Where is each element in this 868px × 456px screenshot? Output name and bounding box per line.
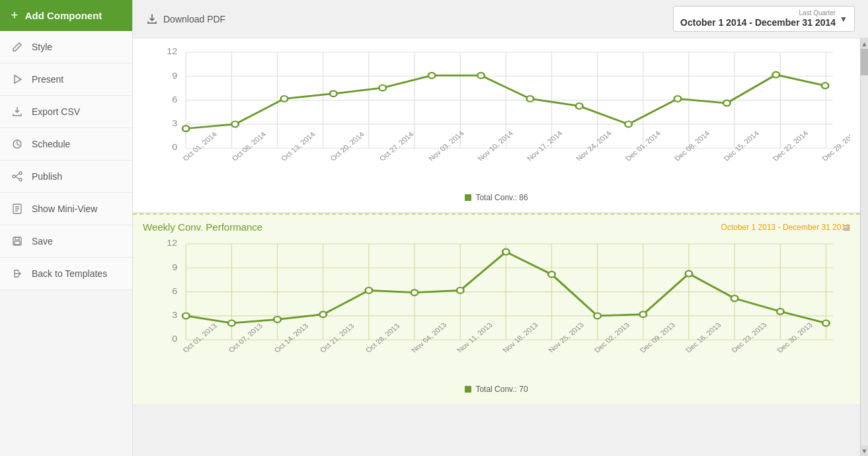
- svg-text:0: 0: [172, 143, 177, 153]
- section-menu-icon[interactable]: ≡: [843, 221, 850, 235]
- sidebar-item-publish[interactable]: Publish: [0, 161, 132, 193]
- sidebar-item-style[interactable]: Style: [0, 31, 132, 63]
- svg-point-39: [428, 73, 435, 79]
- scroll-up-arrow[interactable]: ▲: [861, 38, 868, 49]
- sidebar-item-back-to-templates[interactable]: Back to Templates: [0, 258, 132, 290]
- date-range-selector[interactable]: Last Quarter October 1 2014 - December 3…: [673, 6, 855, 32]
- chart2-legend-label: Total Conv.: 70: [475, 385, 528, 394]
- pencil-icon: [11, 40, 24, 54]
- svg-point-4: [13, 175, 15, 178]
- svg-text:9: 9: [172, 71, 177, 81]
- chevron-down-icon: ▼: [840, 15, 848, 24]
- chart2-svg: 0 3 6 9 12: [143, 237, 850, 382]
- svg-point-44: [674, 96, 681, 102]
- svg-text:Dec 15, 2014: Dec 15, 2014: [722, 130, 761, 162]
- sidebar-item-style-label: Style: [32, 42, 52, 52]
- svg-text:12: 12: [167, 47, 177, 56]
- play-icon: [11, 73, 24, 86]
- svg-point-101: [822, 321, 829, 326]
- download-pdf-button[interactable]: Download PDF: [146, 13, 225, 25]
- svg-text:Oct 21, 2013: Oct 21, 2013: [318, 322, 356, 354]
- svg-text:Nov 11, 2013: Nov 11, 2013: [455, 321, 494, 354]
- svg-text:Oct 14, 2013: Oct 14, 2013: [272, 322, 310, 354]
- svg-point-3: [19, 178, 22, 181]
- add-component-label: Add Component: [25, 10, 102, 21]
- add-component-button[interactable]: + Add Component: [0, 0, 132, 31]
- svg-point-99: [731, 295, 738, 301]
- svg-text:Oct 01, 2013: Oct 01, 2013: [181, 322, 219, 354]
- sidebar-item-schedule[interactable]: Schedule: [0, 128, 132, 161]
- scrollbar-track[interactable]: [861, 49, 868, 445]
- date-selector-text: Last Quarter October 1 2014 - December 3…: [680, 9, 836, 28]
- chart1-section: 0 3 6 9 12: [133, 38, 860, 213]
- date-period-label: Last Quarter: [680, 9, 836, 17]
- svg-rect-7: [15, 237, 19, 240]
- scroll-down-arrow[interactable]: ▼: [861, 445, 868, 456]
- scrollbar-thumb[interactable]: [861, 49, 868, 75]
- chart2-legend-dot: [465, 386, 471, 393]
- svg-point-41: [527, 96, 533, 102]
- svg-point-97: [640, 311, 647, 317]
- svg-point-93: [457, 287, 463, 293]
- sidebar-item-save[interactable]: Save: [0, 225, 132, 258]
- svg-text:Oct 27, 2014: Oct 27, 2014: [377, 130, 415, 162]
- svg-text:Dec 30, 2013: Dec 30, 2013: [775, 321, 814, 354]
- svg-point-100: [777, 309, 783, 315]
- chart2-container: 0 3 6 9 12: [143, 237, 850, 382]
- plus-icon: +: [11, 8, 19, 23]
- download-icon: [146, 13, 158, 25]
- sidebar-item-show-mini-view[interactable]: Show Mini-View: [0, 193, 132, 225]
- svg-text:Dec 22, 2014: Dec 22, 2014: [771, 130, 810, 162]
- sidebar-item-present-label: Present: [32, 74, 63, 85]
- svg-point-89: [274, 317, 280, 323]
- svg-text:Nov 25, 2013: Nov 25, 2013: [547, 321, 586, 354]
- svg-point-95: [548, 272, 555, 278]
- sidebar-item-present[interactable]: Present: [0, 63, 132, 96]
- svg-point-90: [320, 311, 327, 317]
- chart2-section: Weekly Conv. Performance October 1 2013 …: [133, 213, 860, 404]
- svg-point-92: [411, 289, 418, 295]
- svg-point-40: [477, 73, 484, 79]
- chart2-legend: Total Conv.: 70: [143, 385, 850, 394]
- svg-text:6: 6: [172, 287, 177, 296]
- svg-text:Nov 03, 2014: Nov 03, 2014: [426, 130, 465, 162]
- svg-text:Oct 20, 2014: Oct 20, 2014: [329, 130, 366, 162]
- right-scrollbar: ▲ ▼: [860, 38, 868, 456]
- svg-text:Oct 06, 2014: Oct 06, 2014: [230, 130, 268, 162]
- chart2-title: Weekly Conv. Performance: [143, 221, 262, 233]
- svg-point-43: [625, 122, 631, 128]
- svg-text:Dec 08, 2014: Dec 08, 2014: [672, 130, 711, 162]
- svg-text:Nov 24, 2014: Nov 24, 2014: [574, 130, 613, 162]
- svg-text:Dec 29, 2014: Dec 29, 2014: [820, 130, 850, 162]
- sidebar-item-export-csv[interactable]: Export CSV: [0, 96, 132, 128]
- svg-point-42: [576, 103, 582, 109]
- svg-text:Oct 07, 2013: Oct 07, 2013: [227, 322, 264, 354]
- main-content: Download PDF Last Quarter October 1 2014…: [133, 0, 868, 456]
- svg-point-91: [366, 287, 372, 293]
- svg-point-38: [379, 85, 386, 91]
- header-bar: Download PDF Last Quarter October 1 2014…: [133, 0, 868, 38]
- sidebar-item-export-csv-label: Export CSV: [32, 106, 80, 117]
- export-icon: [11, 105, 24, 118]
- svg-point-35: [231, 122, 238, 128]
- share-icon: [11, 170, 24, 183]
- svg-point-88: [228, 321, 235, 326]
- svg-text:Dec 16, 2013: Dec 16, 2013: [684, 321, 723, 354]
- download-pdf-label: Download PDF: [163, 14, 225, 24]
- date-range-label: October 1 2014 - December 31 2014: [680, 17, 836, 28]
- svg-text:0: 0: [172, 335, 177, 344]
- svg-point-34: [182, 126, 189, 132]
- svg-point-87: [182, 313, 189, 319]
- svg-text:Nov 17, 2014: Nov 17, 2014: [525, 130, 564, 162]
- svg-text:Dec 09, 2013: Dec 09, 2013: [638, 321, 677, 354]
- svg-rect-8: [15, 241, 20, 245]
- svg-text:Dec 23, 2013: Dec 23, 2013: [730, 321, 769, 354]
- chart1-legend-label: Total Conv.: 86: [475, 193, 528, 202]
- svg-point-2: [19, 172, 22, 174]
- svg-text:6: 6: [172, 95, 177, 104]
- charts-content: 0 3 6 9 12: [133, 38, 860, 456]
- svg-point-96: [594, 313, 600, 319]
- svg-point-46: [773, 72, 779, 78]
- chart1-legend: Total Conv.: 86: [143, 193, 850, 202]
- svg-text:12: 12: [167, 239, 177, 248]
